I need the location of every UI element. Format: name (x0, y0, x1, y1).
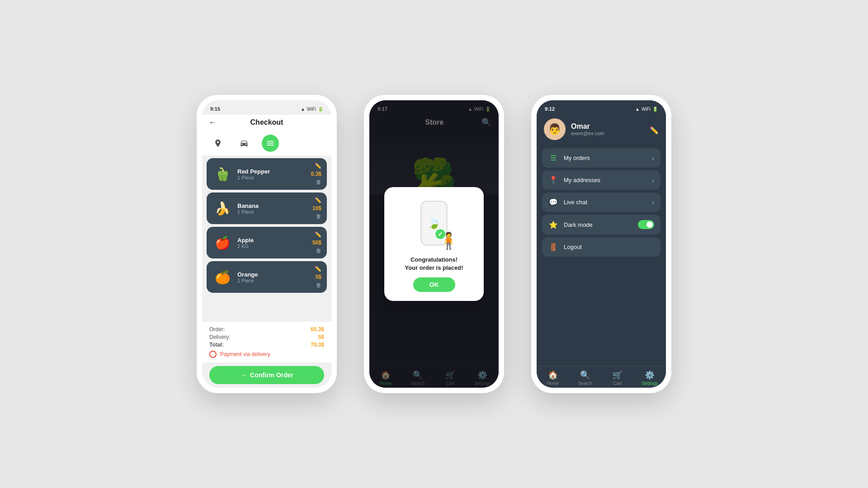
back-button[interactable]: ← (208, 118, 217, 127)
order-value: 65.3$ (311, 326, 324, 333)
home-nav-label: Home (547, 381, 559, 386)
menu-item-orders[interactable]: ☰ My orders › (542, 148, 660, 168)
settings-nav-home[interactable]: 🏠 Home (542, 370, 564, 386)
item-price-3: 5$ (316, 274, 321, 280)
edit-icon-1[interactable]: ✏️ (315, 197, 321, 203)
phone-settings: 9:12 ▲ WiFi 🔋 👨 Omar exem@ex.com ✏️ ☰ My… (531, 95, 671, 393)
confirm-order-button[interactable]: → Confirm Order (209, 366, 324, 384)
order-summary: Order: 65.3$ Delivery: 5$ Total: 70.3$ P… (202, 322, 331, 362)
cart-item-3: 🍊 Orange 1 Piece ✏️ 5$ 🗑 (207, 261, 327, 293)
confirm-btn-label: Confirm Order (250, 371, 293, 379)
settings-nav-settings[interactable]: ⚙️ Settings (638, 370, 661, 386)
status-bar-1: 9:15 ▲ WiFi 🔋 (202, 100, 331, 115)
logout-label: Logout (564, 244, 654, 250)
modal-message: Congratulations!Your order is placed! (405, 256, 463, 272)
item-price-1: 10$ (312, 205, 321, 211)
logout-icon: 🚪 (548, 243, 558, 251)
item-qty-0: 1 Piece (237, 175, 307, 180)
person-figure-icon: 🧍 (439, 231, 459, 250)
item-image-3: 🍊 (212, 267, 233, 287)
payment-radio[interactable] (209, 351, 217, 358)
profile-email: exem@ex.com (571, 131, 659, 136)
livechat-icon: 💬 (548, 198, 558, 206)
status-icons-3: ▲ WiFi 🔋 (635, 107, 658, 112)
delete-icon-1[interactable]: 🗑 (316, 213, 321, 220)
edit-icon-3[interactable]: ✏️ (315, 266, 321, 272)
cart-item-0: 🫑 Red Pepper 1 Piece ✏️ 0.3$ 🗑 (207, 158, 327, 190)
menu-item-darkmode[interactable]: ⭐ Dark mode (542, 215, 660, 235)
profile-header: 👨 Omar exem@ex.com ✏️ (537, 115, 666, 145)
checkout-title: Checkout (250, 118, 283, 127)
addresses-label: My addresses (564, 177, 646, 183)
darkmode-label: Dark mode (564, 221, 632, 228)
payment-method[interactable]: Payment via delivery (209, 351, 324, 358)
time-3: 9:12 (545, 106, 555, 112)
settings-nav-cart[interactable]: 🛒 Cart (606, 370, 629, 386)
item-price-0: 0.3$ (311, 171, 321, 177)
item-name-0: Red Pepper (237, 168, 307, 175)
summary-order: Order: 65.3$ (209, 326, 324, 333)
addresses-icon: 📍 (548, 176, 558, 184)
home-nav-icon: 🏠 (548, 370, 558, 380)
phone-store: 9:17 ▲ WiFi 🔋 Store 🔍 🥦 🍎 Fruits 🥦 Veget… (364, 95, 504, 393)
item-image-0: 🫑 (212, 164, 233, 184)
summary-delivery: Delivery: 5$ (209, 334, 324, 340)
menu-item-livechat[interactable]: 💬 Live chat › (542, 192, 660, 212)
time-1: 9:15 (210, 106, 220, 112)
order-success-modal: 🍃 ✓ 🧍 Congratulations!Your order is plac… (384, 187, 484, 301)
settings-nav-label: Settings (642, 381, 658, 386)
delete-icon-2[interactable]: 🗑 (316, 248, 321, 254)
addresses-arrow-icon: › (652, 177, 654, 184)
order-label: Order: (209, 326, 225, 333)
item-qty-3: 1 Piece (237, 278, 310, 283)
darkmode-icon: ⭐ (548, 221, 558, 229)
modal-overlay: 🍃 ✓ 🧍 Congratulations!Your order is plac… (369, 100, 499, 388)
settings-nav-icon: ⚙️ (645, 370, 655, 380)
edit-profile-button[interactable]: ✏️ (650, 126, 659, 135)
livechat-arrow-icon: › (652, 199, 654, 206)
settings-nav-search[interactable]: 🔍 Search (574, 370, 596, 386)
edit-icon-0[interactable]: ✏️ (315, 163, 321, 169)
location-icon-btn[interactable] (209, 135, 226, 152)
delivery-options (202, 131, 331, 155)
item-qty-2: 2 KG (237, 244, 308, 249)
settings-nav: 🏠 Home 🔍 Search 🛒 Cart ⚙️ Settings (537, 366, 666, 388)
item-name-3: Orange (237, 271, 310, 278)
checkout-header: ← Checkout (202, 115, 331, 131)
phone-checkout: 9:15 ▲ WiFi 🔋 ← Checkout 🫑 (197, 95, 337, 393)
avatar: 👨 (544, 118, 566, 140)
total-value: 70.3$ (311, 342, 324, 348)
orders-label: My orders (564, 155, 646, 161)
item-image-2: 🍎 (212, 232, 233, 253)
cart-item-1: 🍌 Banana 1 Piece ✏️ 10$ 🗑 (207, 192, 327, 224)
delivery-label: Delivery: (209, 334, 231, 340)
delete-icon-0[interactable]: 🗑 (316, 179, 321, 185)
payment-label: Payment via delivery (220, 351, 270, 357)
status-bar-3: 9:12 ▲ WiFi 🔋 (537, 100, 666, 115)
item-qty-1: 1 Piece (237, 209, 308, 215)
car-icon-btn[interactable] (236, 135, 253, 152)
cart-item-2: 🍎 Apple 2 KG ✏️ 50$ 🗑 (207, 227, 327, 258)
menu-item-addresses[interactable]: 📍 My addresses › (542, 170, 660, 190)
status-icons-1: ▲ WiFi 🔋 (301, 107, 323, 112)
orders-icon: ☰ (548, 154, 558, 162)
search-nav2-label: Search (578, 381, 592, 386)
delete-icon-3[interactable]: 🗑 (316, 282, 321, 288)
item-image-1: 🍌 (212, 198, 233, 219)
item-name-1: Banana (237, 202, 308, 209)
item-price-2: 50$ (312, 239, 321, 246)
menu-icon-btn[interactable] (262, 135, 279, 152)
darkmode-toggle[interactable] (638, 220, 654, 229)
menu-item-logout[interactable]: 🚪 Logout (542, 237, 660, 257)
cart-nav-label: Cart (613, 381, 622, 386)
profile-name: Omar (571, 122, 659, 131)
modal-ok-button[interactable]: OK (413, 277, 455, 292)
item-name-2: Apple (237, 237, 308, 244)
edit-icon-2[interactable]: ✏️ (315, 231, 321, 238)
orders-arrow-icon: › (652, 155, 654, 162)
settings-menu: ☰ My orders › 📍 My addresses › 💬 Live ch… (537, 145, 666, 366)
cart-nav-icon: 🛒 (613, 370, 623, 380)
cart-list: 🫑 Red Pepper 1 Piece ✏️ 0.3$ 🗑 🍌 Banana … (202, 155, 331, 322)
delivery-value: 5$ (318, 334, 324, 340)
summary-total: Total: 70.3$ (209, 342, 324, 348)
